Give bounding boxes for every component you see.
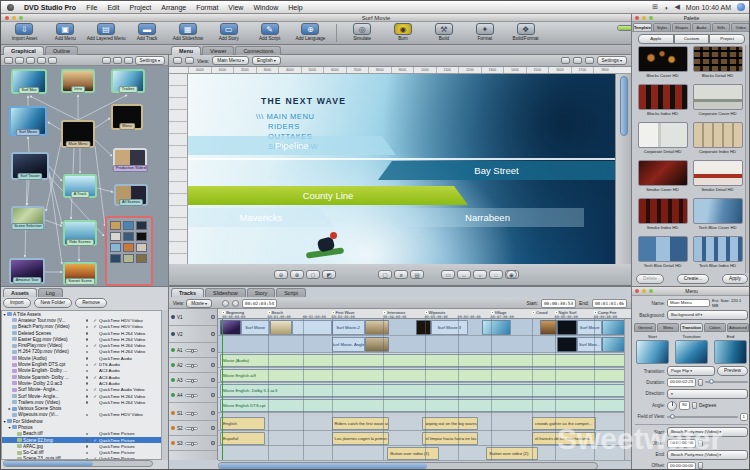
lock-icon[interactable] [211, 441, 215, 445]
menu-select-dropdown[interactable]: Main Menu [212, 56, 249, 65]
slider-thumb[interactable] [191, 412, 194, 416]
spotlight-icon[interactable] [737, 3, 745, 11]
asset-row[interactable]: So-Cal.tiffQuickTime Picture [2, 450, 161, 456]
clip[interactable]: Surf Movi... [577, 337, 602, 352]
close-icon[interactable] [635, 16, 639, 20]
asset-row[interactable]: Trailers.mov (Video)QuickTime H.264 Vide… [2, 399, 161, 405]
delete-button[interactable]: Delete [636, 274, 664, 284]
template-item[interactable]: Tech Blue Cover HD [691, 198, 744, 234]
template-item[interactable]: Blocks Cover HD [636, 46, 689, 82]
track-volume-slider[interactable] [185, 349, 198, 352]
fov-slider[interactable] [667, 416, 738, 418]
asset-row[interactable]: Easter Egg.mov (Video)QuickTime H.264 Vi… [2, 336, 161, 342]
editor-tool-button[interactable]: ⊖ [274, 270, 288, 279]
track-enable-icon[interactable] [171, 363, 175, 367]
clip[interactable]: Surf Movie- Angle [332, 337, 365, 352]
graph-tool-button[interactable] [4, 57, 13, 64]
apply-button[interactable]: Apply [722, 274, 748, 284]
name-field[interactable]: Main Menu [667, 299, 710, 308]
editor-tool-button[interactable]: ∷ [489, 270, 503, 279]
asset-row[interactable]: Surf Movie- Angle...✓QuickTime H.264 Vid… [2, 393, 161, 399]
minimize-icon[interactable] [642, 289, 646, 293]
clip[interactable]: Los jóvenes cogen la primer... [332, 432, 390, 445]
graph-node[interactable]: Surf Movie [9, 106, 47, 136]
track-header-v2[interactable]: V2 [169, 326, 217, 343]
toolbar-add-slideshow[interactable]: ▦Add Slideshow [168, 23, 207, 41]
background-dropdown[interactable]: Background.tiff [667, 310, 748, 320]
end-asset-dropdown[interactable]: Beach Party.mov (Video) [667, 450, 748, 460]
timeline-vscrollbar[interactable] [624, 319, 631, 460]
menu-edit[interactable]: Edit [107, 4, 119, 11]
graph-node[interactable]: Main Menu [61, 120, 95, 148]
tab-graphical[interactable]: Graphical [3, 46, 44, 55]
clip[interactable]: Movie English DTS.cpt [220, 399, 629, 412]
remove-button[interactable]: Remove [75, 298, 107, 308]
clip-thumbnail[interactable] [365, 337, 390, 352]
direction-dropdown[interactable] [667, 389, 748, 399]
minimize-icon[interactable] [642, 16, 646, 20]
palette-tab-stills[interactable]: Stills [712, 23, 731, 31]
assets-hscrollbar[interactable] [3, 460, 153, 467]
editor-lock-button[interactable] [585, 57, 594, 64]
menu-button-county-line[interactable]: County Line [188, 186, 468, 205]
end-timecode-field[interactable]: 00:01:01:46 [592, 299, 627, 308]
lock-icon[interactable] [211, 363, 215, 367]
lock-icon[interactable] [211, 332, 215, 336]
scrollbar-thumb[interactable] [219, 463, 427, 469]
clip[interactable]: el limpiar hacia fuera en las o... [422, 432, 478, 445]
preview-button[interactable]: Preview [717, 366, 748, 376]
graph-settings-dropdown[interactable]: Settings [135, 56, 165, 65]
toolbar-add-menu[interactable]: ▣Add Menu [46, 23, 85, 41]
tab-connections[interactable]: Connections [235, 46, 281, 55]
new-folder-button[interactable]: New Folder [34, 298, 73, 308]
template-item[interactable]: Blocks Detail HD [691, 46, 744, 82]
palette-scrollbar[interactable] [745, 45, 750, 273]
track-header-v1[interactable]: V1 [169, 309, 217, 326]
asset-row[interactable]: H.264 720p.mov (Video)QuickTime H.264 Vi… [2, 349, 161, 355]
track-volume-slider[interactable] [185, 412, 198, 415]
tab-log[interactable]: Log [38, 288, 63, 297]
offset-field[interactable]: 00:00:00:00 [667, 462, 696, 470]
displays-icon[interactable]: ⊞ [652, 3, 658, 11]
track-enable-icon[interactable] [171, 441, 175, 445]
track-header-a2[interactable]: A2 [169, 358, 217, 373]
track-enable-icon[interactable] [171, 315, 175, 319]
palette-window-controls[interactable] [635, 16, 653, 20]
template-item[interactable]: Smoke Detail HD [691, 160, 744, 196]
lock-icon[interactable] [211, 393, 215, 397]
palette-group-project[interactable]: Project [709, 34, 745, 44]
graph-node[interactable]: Menu [111, 104, 143, 130]
asset-row[interactable]: Surf Movie- Angle...✓QuickTime Audio Vid… [2, 387, 161, 393]
graph-node[interactable]: Scene Selection [11, 206, 45, 230]
tab-outline[interactable]: Outline [45, 46, 78, 55]
graph-node[interactable]: Intro [61, 69, 95, 93]
scrollbar-thumb[interactable] [620, 76, 628, 136]
editor-tool-button[interactable]: ◻ [306, 270, 320, 279]
graph-tool-button[interactable] [48, 57, 57, 64]
inspector-window-controls[interactable] [635, 289, 653, 293]
palette-tab-audio[interactable]: Audio [692, 23, 711, 31]
asset-row[interactable]: Scene 02.bmp✓QuickTime Picture [2, 437, 161, 443]
slider-thumb[interactable] [191, 364, 194, 368]
track-header-a4[interactable]: A4 [169, 388, 217, 403]
menu-clock[interactable]: Mon 10:40 AM [686, 4, 731, 11]
graph-node[interactable]: Surf Teaser [11, 152, 49, 180]
graph-node[interactable]: All Scenes [114, 184, 148, 206]
clip[interactable]: Riders catch the first wave at [332, 417, 390, 430]
offset-field[interactable]: 00:00:00:00 [667, 439, 696, 448]
start-asset-dropdown[interactable]: Beach Party.mov (Video) [667, 427, 748, 437]
menu-help[interactable]: Help [288, 4, 302, 11]
lock-icon[interactable] [211, 348, 215, 352]
create-button[interactable]: Create... [677, 274, 709, 284]
graph-view-button[interactable] [102, 57, 111, 64]
slider-thumb[interactable] [191, 427, 194, 431]
menu-format[interactable]: Format [196, 4, 218, 11]
menu-canvas[interactable]: THE NEXT WAVE\\\ MAIN MENURIDERSOUTTAKES… [188, 74, 615, 264]
duration-field[interactable]: 00:00:02:23 [667, 378, 696, 387]
language-dropdown[interactable]: English [252, 56, 281, 65]
asset-row[interactable]: Amateur Tour.mov (V...✓QuickTime HDV Vid… [2, 317, 161, 323]
track-enable-icon[interactable] [171, 378, 175, 382]
close-icon[interactable] [635, 289, 639, 293]
editor-tool-button[interactable]: ▢ [378, 270, 392, 279]
marker-prev-button[interactable] [222, 300, 229, 307]
